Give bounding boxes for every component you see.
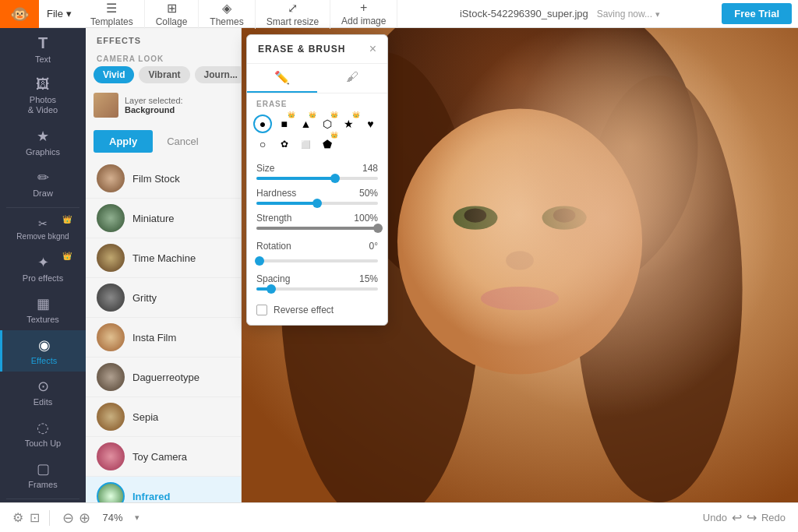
film-stock-name: Film Stock	[132, 173, 180, 185]
effect-infrared[interactable]: Infrared	[86, 477, 241, 502]
sidebar-effects-label: Effects	[31, 356, 57, 365]
spacing-slider-track[interactable]	[256, 287, 378, 291]
hardness-slider-thumb[interactable]	[312, 199, 322, 208]
sepia-name: Sepia	[132, 411, 158, 423]
app-logo: 🐵	[0, 0, 39, 28]
sidebar-item-edits[interactable]: ⊙ Edits	[0, 372, 86, 413]
sidebar-touch-up-label: Touch Up	[25, 439, 61, 448]
size-slider-thumb[interactable]	[330, 174, 340, 183]
effect-sepia[interactable]: Sepia	[86, 397, 241, 437]
sidebar-divider-1	[6, 207, 79, 208]
nav-templates[interactable]: ☰ Templates	[79, 0, 145, 29]
shape-square-filled[interactable]: ■👑	[275, 115, 294, 133]
sidebar-remove-bkgnd-label: Remove bkgnd	[16, 232, 69, 241]
sidebar-divider-2	[6, 499, 79, 499]
filename: iStock-542296390_super.jpg Saving now...…	[397, 8, 722, 19]
effect-gritty[interactable]: Gritty	[86, 278, 241, 318]
sepia-thumb	[97, 403, 125, 431]
spacing-slider-thumb[interactable]	[267, 284, 276, 294]
file-menu[interactable]: File ▾	[39, 8, 79, 19]
nav-themes[interactable]: ◈ Themes	[199, 0, 255, 29]
spacing-slider-row: Spacing 15%	[256, 273, 378, 291]
shape-circle-outline[interactable]: ○	[253, 135, 272, 153]
effect-miniature[interactable]: Miniature	[86, 199, 241, 238]
apply-button[interactable]: Apply	[94, 130, 153, 153]
zoom-out-button[interactable]: ⊖	[62, 509, 74, 527]
nav-smart-resize[interactable]: ⤢ Smart resize	[256, 0, 330, 29]
redo-label: Redo	[761, 512, 786, 523]
shape-triangle[interactable]: ▲👑	[296, 115, 315, 133]
spacing-label: Spacing	[256, 273, 290, 284]
nav-items: ☰ Templates ⊞ Collage ◈ Themes ⤢ Smart r…	[79, 0, 398, 29]
time-machine-name: Time Machine	[132, 252, 196, 264]
sidebar-item-effects[interactable]: ◉ Effects	[0, 330, 86, 372]
rotation-slider-thumb[interactable]	[255, 256, 264, 266]
filter-vibrant-button[interactable]: Vibrant	[139, 66, 189, 83]
shape-heart[interactable]: ♥	[361, 115, 380, 133]
dialog-close-icon[interactable]: ×	[369, 43, 376, 55]
effects-icon: ◉	[38, 336, 51, 354]
strength-slider-fill	[256, 227, 378, 230]
svg-point-3	[575, 76, 742, 502]
film-stock-thumb	[97, 164, 125, 192]
hardness-value: 50%	[359, 188, 378, 199]
crop-icon[interactable]: ⊡	[30, 510, 40, 525]
sidebar-item-frames[interactable]: ▢ Frames	[0, 454, 86, 495]
hardness-slider-track[interactable]	[256, 202, 378, 205]
brush-tab-icon: 🖌	[346, 70, 358, 83]
spacing-value: 15%	[359, 273, 378, 284]
edits-icon: ⊙	[37, 378, 49, 395]
svg-point-8	[553, 208, 576, 222]
sidebar-item-photos-video[interactable]: 🖼 Photos& Video	[0, 70, 86, 122]
undo-button[interactable]: ↩	[732, 510, 742, 525]
nav-add-image[interactable]: + Add image	[330, 0, 397, 28]
tab-brush[interactable]: 🖌	[317, 64, 387, 93]
effect-toy-camera[interactable]: Toy Camera	[86, 437, 241, 477]
shape-hexagon[interactable]: ⬡👑	[318, 115, 337, 133]
size-slider-row: Size 148	[256, 163, 378, 180]
themes-label: Themes	[210, 16, 243, 27]
shape-star[interactable]: ★👑	[340, 115, 358, 133]
saving-arrow-icon[interactable]: ▾	[655, 9, 660, 19]
nav-collage[interactable]: ⊞ Collage	[145, 0, 200, 29]
erase-brush-dialog: ERASE & BRUSH × ✏️ 🖌 ERASE ● ■👑 ▲👑 ⬡👑 ★👑…	[246, 34, 388, 326]
effect-time-machine[interactable]: Time Machine	[86, 238, 241, 278]
cancel-button[interactable]: Cancel	[159, 130, 206, 153]
size-slider-track[interactable]	[256, 177, 378, 180]
shape-octagon[interactable]: ⬟👑	[318, 135, 337, 153]
strength-slider-thumb[interactable]	[373, 224, 383, 233]
filter-journal-button[interactable]: Journ...	[195, 66, 242, 83]
sidebar-item-touch-up[interactable]: ◌ Touch Up	[0, 413, 86, 454]
zoom-in-button[interactable]: ⊕	[79, 509, 90, 527]
file-label: File	[47, 8, 63, 19]
touch-up-icon: ◌	[37, 419, 49, 436]
redo-button[interactable]: ↪	[747, 510, 757, 525]
insta-film-thumb	[97, 323, 125, 351]
reverse-effect-checkbox[interactable]	[256, 305, 267, 315]
shape-circle-filled[interactable]: ●	[253, 115, 272, 133]
sidebar-item-text[interactable]: T Text	[0, 28, 86, 70]
sidebar-item-remove-bkgnd[interactable]: 👑 ✂ Remove bkgnd	[0, 211, 86, 248]
settings-icon[interactable]: ⚙	[12, 510, 23, 525]
free-trial-button[interactable]: Free Trial	[722, 3, 792, 24]
effect-daguerreotype[interactable]: Daguerreotype	[86, 358, 241, 397]
zoom-dropdown-icon[interactable]: ▾	[135, 513, 139, 523]
sidebar-item-graphics[interactable]: ★ Graphics	[0, 122, 86, 163]
saving-text: Saving now...	[597, 9, 652, 19]
bottom-right-controls: Undo ↩ ↪ Redo	[703, 510, 786, 525]
sidebar-item-draw[interactable]: ✏ Draw	[0, 163, 86, 204]
gritty-name: Gritty	[132, 292, 157, 304]
effect-insta-film[interactable]: Insta Film	[86, 318, 241, 358]
sidebar-item-pro-effects[interactable]: 👑 ✦ Pro effects	[0, 248, 86, 289]
tab-erase[interactable]: ✏️	[247, 64, 317, 93]
rotation-value: 0°	[369, 241, 378, 252]
add-image-icon: +	[360, 1, 367, 15]
shape-eraser[interactable]: ⬜	[296, 135, 315, 153]
rotation-slider-track[interactable]	[256, 259, 378, 262]
effect-film-stock[interactable]: Film Stock	[86, 159, 241, 199]
filter-vivid-button[interactable]: Vivid	[94, 66, 134, 83]
strength-slider-track[interactable]	[256, 227, 378, 230]
shape-flower[interactable]: ✿	[275, 135, 294, 153]
strength-slider-row: Strength 100%	[256, 213, 378, 230]
sidebar-item-textures[interactable]: ▦ Textures	[0, 289, 86, 330]
